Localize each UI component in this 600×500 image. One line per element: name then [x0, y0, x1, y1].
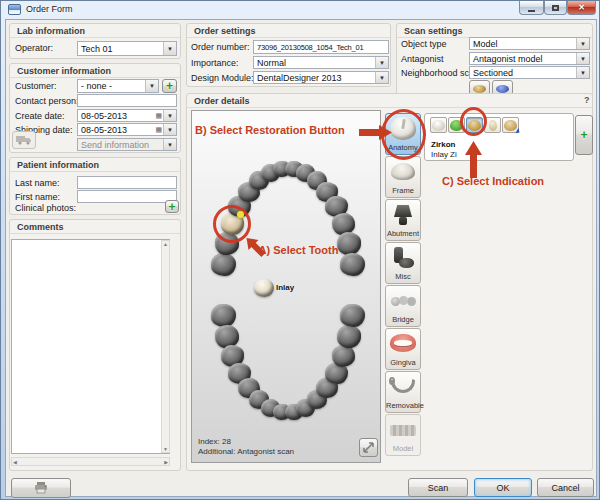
lower-jaw-icon: [496, 85, 509, 93]
chevron-down-icon[interactable]: ▼: [163, 139, 176, 150]
send-information-select[interactable]: Send information▼: [77, 138, 177, 151]
help-link[interactable]: ?: [584, 95, 590, 105]
scroll-left-icon[interactable]: ◀: [13, 459, 17, 465]
restoration-button-frame[interactable]: Frame: [385, 156, 421, 198]
upper-tooth-1[interactable]: [211, 253, 236, 276]
crown-indication-icon: [432, 120, 445, 131]
customer-label: Customer:: [15, 81, 57, 91]
expand-icon: [362, 441, 375, 454]
add-restoration-button[interactable]: +: [575, 115, 593, 155]
chevron-down-icon[interactable]: ▼: [375, 57, 388, 68]
selected-tooth-marker-dot: [237, 211, 244, 218]
neighborhood-scan-select[interactable]: Sectioned▼: [469, 66, 590, 79]
shipping-date-input[interactable]: 08-05-2013▦▼: [77, 123, 177, 136]
object-type-label: Object type: [401, 39, 447, 49]
last-name-label: Last name:: [15, 178, 60, 188]
annotation-ring-selected-tooth: [213, 205, 251, 243]
lower-tooth-2[interactable]: [215, 325, 239, 347]
tooth-chart[interactable]: Inlay: [191, 110, 381, 463]
print-button[interactable]: [11, 478, 71, 498]
restoration-button-label: Gingiva: [386, 358, 420, 367]
chevron-down-icon[interactable]: ▼: [163, 110, 176, 121]
chevron-down-icon[interactable]: ▼: [576, 67, 589, 78]
create-date-input[interactable]: 08-05-2013▦▼: [77, 109, 177, 122]
design-module-select[interactable]: DentalDesigner 2013▼: [253, 71, 389, 84]
restoration-button-bridge[interactable]: Bridge: [385, 285, 421, 327]
customer-select[interactable]: - none -▼: [77, 79, 159, 93]
restoration-button-misc[interactable]: Misc: [385, 242, 421, 284]
maximize-icon: [552, 5, 559, 11]
chevron-down-icon[interactable]: ▼: [145, 80, 158, 92]
first-name-input[interactable]: [77, 190, 177, 203]
comments-horizontal-scrollbar[interactable]: ◀▶: [11, 457, 170, 466]
comments-textarea[interactable]: [11, 239, 170, 454]
restoration-button-removable[interactable]: Removable: [385, 371, 421, 413]
operator-select[interactable]: Tech 01▼: [77, 41, 177, 56]
restoration-button-abutment[interactable]: Abutment: [385, 199, 421, 241]
restoration-button-model[interactable]: Model: [385, 414, 421, 456]
ok-button[interactable]: OK: [474, 478, 532, 497]
scroll-right-icon[interactable]: ▶: [164, 459, 168, 465]
onlay-indication-icon: [504, 120, 517, 131]
indication-name: Inlay Zi: [431, 150, 457, 159]
expand-view-button[interactable]: [359, 438, 378, 457]
indication-panel: Zirkon Inlay Zi: [424, 113, 574, 161]
object-type-select[interactable]: Model▼: [469, 37, 590, 50]
indication-button-1[interactable]: [430, 117, 447, 133]
customer-information-title: Customer information: [17, 66, 111, 76]
cancel-button[interactable]: Cancel: [537, 478, 594, 497]
chevron-down-icon[interactable]: ▼: [576, 38, 589, 49]
send-shipping-button[interactable]: [12, 131, 36, 149]
lower-tooth-14[interactable]: [332, 345, 356, 367]
calendar-icon[interactable]: ▦: [155, 126, 162, 134]
annotation-c-label: C) Select Indication: [442, 175, 544, 187]
calendar-icon[interactable]: ▦: [155, 112, 162, 120]
chevron-down-icon[interactable]: ▼: [163, 124, 176, 135]
window-title: Order Form: [26, 4, 73, 14]
chevron-down-icon[interactable]: ▼: [163, 42, 176, 55]
lower-tooth-1[interactable]: [211, 304, 236, 327]
upper-jaw-icon: [473, 85, 486, 93]
plus-icon: +: [580, 130, 587, 140]
lower-tooth-16[interactable]: [340, 304, 365, 327]
antagonist-select[interactable]: Antagonist model▼: [469, 52, 590, 65]
lab-information-title: Lab information: [17, 26, 85, 36]
comments-vertical-scrollbar[interactable]: ▲▼: [161, 240, 170, 453]
minimize-button[interactable]: [519, 1, 544, 15]
design-module-label: Design Module:: [191, 73, 254, 83]
chevron-down-icon[interactable]: ▼: [576, 53, 589, 64]
contact-person-input[interactable]: [77, 94, 177, 107]
restoration-button-label: Model: [386, 444, 420, 453]
restoration-button-gingiva[interactable]: Gingiva: [385, 328, 421, 370]
scroll-down-icon[interactable]: ▼: [163, 446, 168, 452]
truck-icon: [16, 135, 32, 145]
material-name: Zirkon: [431, 140, 455, 149]
restoration-button-label: Abutment: [386, 229, 420, 238]
order-number-input[interactable]: 73096_20130508_1054_Tech_01: [253, 40, 389, 54]
chevron-down-icon[interactable]: ▼: [375, 72, 388, 83]
restoration-button-label: Bridge: [386, 315, 420, 324]
restoration-button-label: Misc: [386, 272, 420, 281]
importance-select[interactable]: Normal▼: [253, 56, 389, 69]
removable-icon: [388, 374, 418, 400]
inlay-restoration-tooth[interactable]: [254, 279, 274, 297]
maximize-button[interactable]: [544, 1, 567, 15]
last-name-input[interactable]: [77, 176, 177, 189]
upper-tooth-16[interactable]: [340, 253, 365, 276]
indication-button-5[interactable]: [502, 117, 519, 133]
add-clinical-photo-button[interactable]: +: [165, 200, 179, 213]
close-button[interactable]: ✕: [567, 1, 596, 15]
clinical-photos-label: Clinical photos:: [15, 203, 76, 213]
scroll-up-icon[interactable]: ▲: [163, 241, 168, 247]
upper-tooth-15[interactable]: [337, 232, 361, 254]
additional-text: Additional: Antagonist scan: [198, 447, 294, 456]
patient-information-title: Patient information: [17, 160, 99, 170]
title-bar[interactable]: Order Form ✕: [1, 1, 599, 19]
scan-button[interactable]: Scan: [408, 478, 468, 497]
annotation-a-label: A) Select Tooth: [259, 244, 339, 256]
annotation-ring-restoration: [381, 109, 426, 160]
lower-tooth-15[interactable]: [337, 325, 361, 347]
model-icon: [388, 417, 418, 443]
add-customer-button[interactable]: +: [162, 79, 177, 93]
abutment-icon: [388, 202, 418, 228]
